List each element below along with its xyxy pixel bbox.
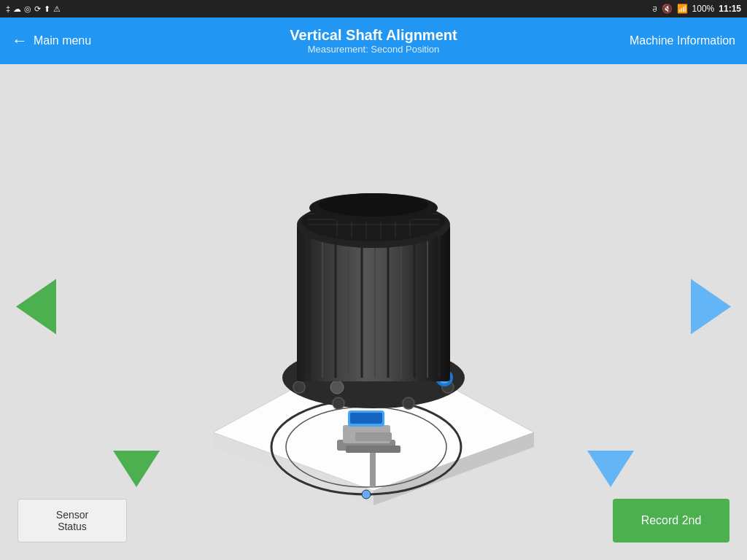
page-title: Vertical Shaft Alignment: [290, 27, 457, 44]
header: ← Main menu Vertical Shaft Alignment Mea…: [0, 18, 747, 64]
sensor-status-button[interactable]: Sensor Status: [18, 499, 127, 542]
svg-rect-43: [350, 413, 382, 424]
machine-info-button[interactable]: Machine Information: [630, 34, 735, 47]
svg-point-14: [330, 381, 344, 394]
bottom-right-nav-arrow[interactable]: [587, 451, 634, 487]
back-arrow-icon: ←: [12, 31, 28, 50]
warning-icon: ⚠: [53, 4, 61, 14]
cloud-icon: ☁: [13, 4, 21, 14]
wifi-icon: 📶: [677, 4, 688, 14]
main-content: Sensor Status Record 2nd: [0, 64, 747, 560]
svg-rect-44: [370, 451, 376, 487]
battery-text: 100%: [692, 4, 715, 14]
status-bar: ‡ ☁ ◎ ⟳ ⬆ ⚠ 𐐀 🔇 📶 100% 11:15: [0, 0, 747, 18]
time-display: 11:15: [719, 4, 741, 14]
svg-point-8: [293, 381, 305, 393]
svg-point-10: [333, 397, 344, 409]
right-nav-arrow[interactable]: [691, 279, 731, 334]
sensor-status-line2: Status: [58, 521, 87, 532]
svg-point-39: [319, 193, 428, 217]
svg-rect-45: [346, 446, 400, 453]
bottom-left-nav-arrow[interactable]: [113, 451, 160, 487]
record-button[interactable]: Record 2nd: [613, 499, 729, 542]
svg-point-6: [362, 490, 371, 499]
header-center: Vertical Shaft Alignment Measurement: Se…: [290, 27, 457, 55]
left-nav-arrow[interactable]: [16, 279, 56, 334]
sensor-status-line1: Sensor: [56, 509, 88, 521]
mute-icon: 🔇: [662, 4, 673, 14]
svg-point-11: [403, 397, 414, 409]
usb-icon: ⬆: [44, 4, 50, 14]
page-subtitle: Measurement: Second Position: [290, 44, 457, 55]
sync-icon: ⟳: [34, 4, 41, 14]
status-bar-right: 𐐀 🔇 📶 100% 11:15: [652, 4, 741, 14]
bluetooth-icon: ‡: [6, 4, 10, 13]
notification-icon: ◎: [24, 4, 31, 14]
back-button[interactable]: ← Main menu: [12, 31, 91, 50]
3d-scene: [0, 64, 747, 560]
bluetooth-status-icon: 𐐀: [652, 4, 657, 14]
svg-rect-46: [355, 432, 392, 441]
back-label: Main menu: [34, 34, 91, 47]
status-bar-left: ‡ ☁ ◎ ⟳ ⬆ ⚠: [6, 4, 61, 14]
machine-visualization: [118, 119, 629, 527]
